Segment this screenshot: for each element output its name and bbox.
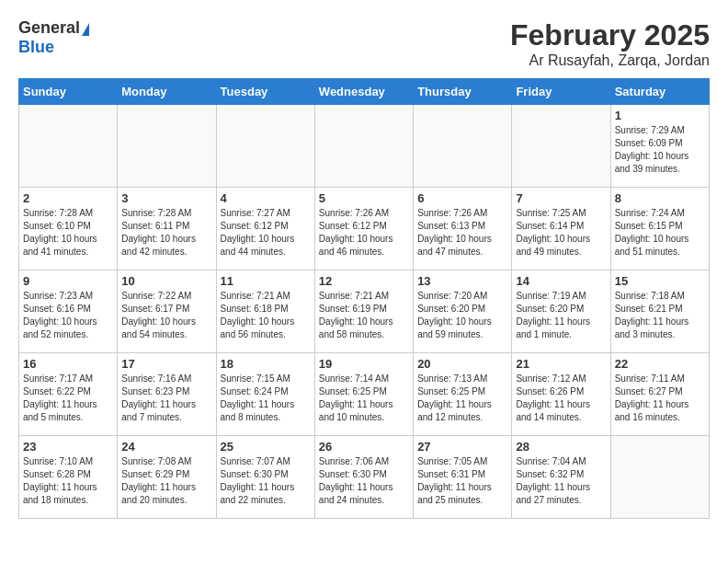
calendar-cell — [19, 105, 118, 188]
calendar-subtitle: Ar Rusayfah, Zarqa, Jordan — [510, 52, 710, 69]
day-number: 21 — [516, 357, 606, 371]
day-number: 13 — [417, 274, 507, 288]
day-number: 7 — [516, 191, 606, 205]
day-info: Sunrise: 7:05 AM Sunset: 6:31 PM Dayligh… — [417, 455, 507, 507]
day-header-sunday: Sunday — [19, 79, 118, 105]
header: General Blue February 2025 Ar Rusayfah, … — [18, 18, 710, 69]
calendar-cell: 11Sunrise: 7:21 AM Sunset: 6:18 PM Dayli… — [216, 270, 314, 353]
day-number: 23 — [23, 440, 113, 454]
day-info: Sunrise: 7:17 AM Sunset: 6:22 PM Dayligh… — [23, 373, 113, 424]
day-info: Sunrise: 7:28 AM Sunset: 6:10 PM Dayligh… — [23, 207, 113, 259]
day-number: 20 — [417, 357, 507, 371]
calendar-cell: 5Sunrise: 7:26 AM Sunset: 6:12 PM Daylig… — [314, 188, 413, 270]
calendar-cell: 28Sunrise: 7:04 AM Sunset: 6:32 PM Dayli… — [512, 436, 610, 519]
day-info: Sunrise: 7:14 AM Sunset: 6:25 PM Dayligh… — [319, 373, 409, 424]
calendar-cell: 10Sunrise: 7:22 AM Sunset: 6:17 PM Dayli… — [118, 270, 216, 353]
calendar-cell: 3Sunrise: 7:28 AM Sunset: 6:11 PM Daylig… — [118, 188, 216, 270]
day-number: 2 — [23, 191, 113, 205]
day-info: Sunrise: 7:21 AM Sunset: 6:18 PM Dayligh… — [221, 290, 311, 341]
calendar-cell — [512, 105, 610, 188]
day-header-thursday: Thursday — [414, 79, 512, 105]
day-info: Sunrise: 7:26 AM Sunset: 6:12 PM Dayligh… — [319, 207, 409, 259]
calendar-cell: 22Sunrise: 7:11 AM Sunset: 6:27 PM Dayli… — [610, 353, 709, 436]
calendar-cell — [118, 105, 216, 188]
calendar-cell: 8Sunrise: 7:24 AM Sunset: 6:15 PM Daylig… — [610, 188, 709, 270]
day-info: Sunrise: 7:06 AM Sunset: 6:30 PM Dayligh… — [319, 455, 409, 507]
calendar-header-row: SundayMondayTuesdayWednesdayThursdayFrid… — [19, 79, 710, 105]
calendar-week-row: 9Sunrise: 7:23 AM Sunset: 6:16 PM Daylig… — [19, 270, 710, 353]
calendar-cell: 4Sunrise: 7:27 AM Sunset: 6:12 PM Daylig… — [216, 188, 314, 270]
calendar-cell: 12Sunrise: 7:21 AM Sunset: 6:19 PM Dayli… — [314, 270, 413, 353]
day-number: 18 — [221, 357, 311, 371]
calendar-cell: 6Sunrise: 7:26 AM Sunset: 6:13 PM Daylig… — [414, 188, 512, 270]
calendar-cell: 17Sunrise: 7:16 AM Sunset: 6:23 PM Dayli… — [118, 353, 216, 436]
day-number: 22 — [615, 357, 705, 371]
day-number: 14 — [516, 274, 606, 288]
calendar-cell: 26Sunrise: 7:06 AM Sunset: 6:30 PM Dayli… — [314, 436, 413, 519]
day-info: Sunrise: 7:18 AM Sunset: 6:21 PM Dayligh… — [615, 290, 705, 341]
calendar-week-row: 16Sunrise: 7:17 AM Sunset: 6:22 PM Dayli… — [19, 353, 710, 436]
day-number: 1 — [615, 109, 705, 122]
day-info: Sunrise: 7:20 AM Sunset: 6:20 PM Dayligh… — [417, 290, 507, 341]
day-header-wednesday: Wednesday — [314, 79, 413, 105]
calendar-week-row: 1Sunrise: 7:29 AM Sunset: 6:09 PM Daylig… — [19, 105, 710, 188]
day-number: 5 — [319, 191, 409, 205]
day-info: Sunrise: 7:24 AM Sunset: 6:15 PM Dayligh… — [615, 207, 705, 259]
day-number: 9 — [23, 274, 113, 288]
calendar-cell: 9Sunrise: 7:23 AM Sunset: 6:16 PM Daylig… — [19, 270, 118, 353]
day-info: Sunrise: 7:19 AM Sunset: 6:20 PM Dayligh… — [516, 290, 606, 341]
day-info: Sunrise: 7:21 AM Sunset: 6:19 PM Dayligh… — [319, 290, 409, 341]
day-number: 27 — [417, 440, 507, 454]
day-info: Sunrise: 7:26 AM Sunset: 6:13 PM Dayligh… — [417, 207, 507, 259]
calendar-week-row: 23Sunrise: 7:10 AM Sunset: 6:28 PM Dayli… — [19, 436, 710, 519]
day-number: 25 — [221, 440, 311, 454]
calendar-cell — [314, 105, 413, 188]
logo-blue-text: Blue — [18, 38, 54, 57]
calendar-cell: 7Sunrise: 7:25 AM Sunset: 6:14 PM Daylig… — [512, 188, 610, 270]
day-number: 26 — [319, 440, 409, 454]
calendar-week-row: 2Sunrise: 7:28 AM Sunset: 6:10 PM Daylig… — [19, 188, 710, 270]
day-number: 16 — [23, 357, 113, 371]
calendar-cell: 23Sunrise: 7:10 AM Sunset: 6:28 PM Dayli… — [19, 436, 118, 519]
day-info: Sunrise: 7:15 AM Sunset: 6:24 PM Dayligh… — [221, 373, 311, 424]
day-info: Sunrise: 7:23 AM Sunset: 6:16 PM Dayligh… — [23, 290, 113, 341]
day-number: 8 — [615, 191, 705, 205]
calendar-cell: 16Sunrise: 7:17 AM Sunset: 6:22 PM Dayli… — [19, 353, 118, 436]
day-number: 12 — [319, 274, 409, 288]
calendar-cell: 24Sunrise: 7:08 AM Sunset: 6:29 PM Dayli… — [118, 436, 216, 519]
calendar-table: SundayMondayTuesdayWednesdayThursdayFrid… — [18, 78, 710, 519]
day-number: 24 — [121, 440, 211, 454]
day-info: Sunrise: 7:12 AM Sunset: 6:26 PM Dayligh… — [516, 373, 606, 424]
day-number: 3 — [121, 191, 211, 205]
day-number: 6 — [417, 191, 507, 205]
day-number: 28 — [516, 440, 606, 454]
day-info: Sunrise: 7:27 AM Sunset: 6:12 PM Dayligh… — [221, 207, 311, 259]
day-number: 11 — [221, 274, 311, 288]
day-number: 4 — [221, 191, 311, 205]
logo: General Blue — [18, 18, 89, 57]
day-number: 19 — [319, 357, 409, 371]
day-info: Sunrise: 7:16 AM Sunset: 6:23 PM Dayligh… — [121, 373, 211, 424]
title-section: February 2025 Ar Rusayfah, Zarqa, Jordan — [510, 18, 710, 69]
logo-general-text: General — [18, 18, 80, 37]
day-header-tuesday: Tuesday — [216, 79, 314, 105]
day-info: Sunrise: 7:10 AM Sunset: 6:28 PM Dayligh… — [23, 455, 113, 507]
day-header-saturday: Saturday — [610, 79, 709, 105]
calendar-cell: 20Sunrise: 7:13 AM Sunset: 6:25 PM Dayli… — [414, 353, 512, 436]
day-number: 15 — [615, 274, 705, 288]
day-info: Sunrise: 7:28 AM Sunset: 6:11 PM Dayligh… — [121, 207, 211, 259]
day-header-monday: Monday — [118, 79, 216, 105]
calendar-cell — [414, 105, 512, 188]
day-info: Sunrise: 7:29 AM Sunset: 6:09 PM Dayligh… — [615, 124, 705, 176]
day-info: Sunrise: 7:25 AM Sunset: 6:14 PM Dayligh… — [516, 207, 606, 259]
calendar-cell: 18Sunrise: 7:15 AM Sunset: 6:24 PM Dayli… — [216, 353, 314, 436]
calendar-cell — [216, 105, 314, 188]
calendar-cell: 27Sunrise: 7:05 AM Sunset: 6:31 PM Dayli… — [414, 436, 512, 519]
day-info: Sunrise: 7:08 AM Sunset: 6:29 PM Dayligh… — [121, 455, 211, 507]
day-info: Sunrise: 7:04 AM Sunset: 6:32 PM Dayligh… — [516, 455, 606, 507]
day-info: Sunrise: 7:22 AM Sunset: 6:17 PM Dayligh… — [121, 290, 211, 341]
logo-triangle-icon — [82, 23, 89, 36]
day-info: Sunrise: 7:11 AM Sunset: 6:27 PM Dayligh… — [615, 373, 705, 424]
calendar-cell: 21Sunrise: 7:12 AM Sunset: 6:26 PM Dayli… — [512, 353, 610, 436]
calendar-cell: 13Sunrise: 7:20 AM Sunset: 6:20 PM Dayli… — [414, 270, 512, 353]
